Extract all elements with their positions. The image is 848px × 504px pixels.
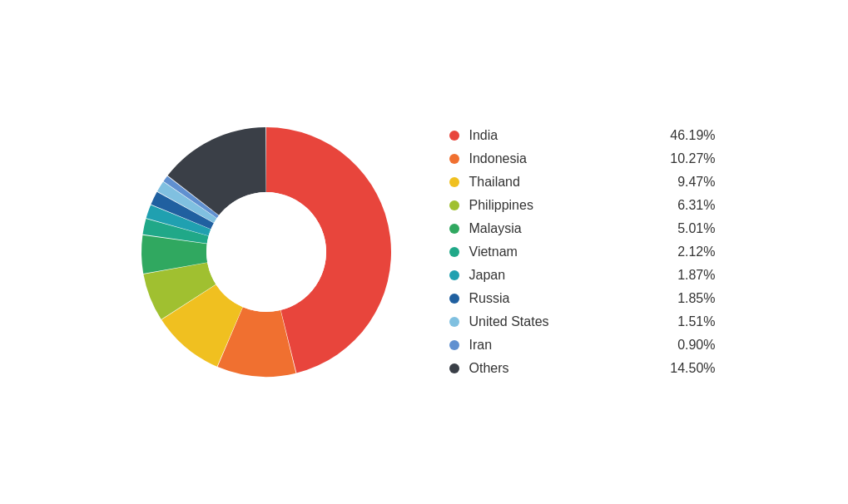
main-container: India46.19%Indonesia10.27%Thailand9.47%P…	[0, 102, 848, 402]
legend-value: 1.85%	[657, 291, 716, 306]
legend-dot	[449, 270, 459, 280]
legend-value: 14.50%	[657, 361, 716, 376]
legend-label: Others	[469, 361, 647, 376]
legend-label: United States	[469, 314, 647, 329]
donut-svg	[133, 119, 399, 385]
legend-label: Indonesia	[469, 151, 647, 166]
legend-item: Philippines6.31%	[449, 198, 716, 213]
legend-value: 0.90%	[657, 338, 716, 353]
legend-value: 9.47%	[657, 175, 716, 190]
legend-label: Russia	[469, 291, 647, 306]
legend-label: Philippines	[469, 198, 647, 213]
legend-value: 5.01%	[657, 221, 716, 236]
legend-item: Thailand9.47%	[449, 175, 716, 190]
legend-item: India46.19%	[449, 128, 716, 143]
legend-value: 10.27%	[657, 151, 716, 166]
legend-item: United States1.51%	[449, 314, 716, 329]
legend-item: Others14.50%	[449, 361, 716, 376]
legend-dot	[449, 247, 459, 257]
legend-value: 46.19%	[657, 128, 716, 143]
legend-label: Japan	[469, 268, 647, 283]
legend-value: 1.51%	[657, 314, 716, 329]
legend-value: 2.12%	[657, 245, 716, 259]
legend-dot	[449, 363, 459, 373]
legend-dot	[449, 177, 459, 187]
legend-label: Malaysia	[469, 221, 647, 236]
legend-item: Indonesia10.27%	[449, 151, 716, 166]
legend-label: Thailand	[469, 175, 647, 190]
legend-item: Japan1.87%	[449, 268, 716, 283]
legend-label: India	[469, 128, 647, 143]
legend-dot	[449, 200, 459, 210]
legend-dot	[449, 294, 459, 304]
legend-item: Malaysia5.01%	[449, 221, 716, 236]
legend-label: Vietnam	[469, 245, 647, 259]
legend-item: Vietnam2.12%	[449, 245, 716, 259]
donut-chart	[133, 119, 399, 385]
svg-point-0	[206, 192, 326, 312]
legend-value: 1.87%	[657, 268, 716, 283]
legend-dot	[449, 154, 459, 164]
legend-value: 6.31%	[657, 198, 716, 213]
legend-dot	[449, 317, 459, 327]
legend: India46.19%Indonesia10.27%Thailand9.47%P…	[449, 128, 716, 376]
legend-dot	[449, 340, 459, 350]
legend-item: Russia1.85%	[449, 291, 716, 306]
legend-dot	[449, 131, 459, 141]
legend-dot	[449, 224, 459, 234]
legend-item: Iran0.90%	[449, 338, 716, 353]
legend-label: Iran	[469, 338, 647, 353]
